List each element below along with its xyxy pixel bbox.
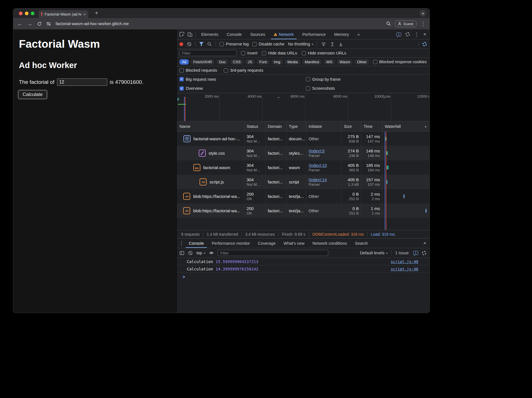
browser-tab[interactable]: Factorial Wasm (ad hoc Work × [39, 10, 88, 18]
chip-ws[interactable]: WS [324, 59, 335, 65]
console-filter-input[interactable] [218, 250, 328, 256]
table-row[interactable]: style.css 304Not M... factori... styles.… [177, 146, 430, 160]
chip-img[interactable]: Img [272, 59, 283, 65]
devtools-menu-button[interactable]: ⋮ [414, 32, 419, 37]
chip-doc[interactable]: Doc [216, 59, 228, 65]
drawer-tab-whats-new[interactable]: What's new [280, 239, 308, 248]
column-header-status[interactable]: Status [244, 121, 266, 131]
more-tabs-button[interactable]: » [354, 29, 362, 39]
drawer-tab-network-conditions[interactable]: Network conditions [309, 239, 350, 248]
column-header-name[interactable]: Name [177, 121, 244, 131]
chip-media[interactable]: Media [285, 59, 300, 65]
disable-cache-checkbox[interactable]: Disable cache [252, 42, 284, 46]
factorial-input[interactable] [57, 78, 107, 86]
throttling-select[interactable]: No throttling ▾ [288, 42, 313, 46]
preserve-log-checkbox[interactable]: Preserve log [220, 42, 249, 46]
tab-search-button[interactable]: ▾ [420, 10, 426, 17]
blocked-response-cookies-checkbox[interactable]: Blocked response cookies [373, 60, 427, 64]
tab-network[interactable]: Network [271, 29, 297, 39]
network-overview-timeline[interactable]: 2000 ms 4000 ms 6000 ms 8000 ms 10000 ms… [177, 93, 430, 121]
initiator-link[interactable]: (index):10 [308, 163, 341, 168]
network-conditions-icon[interactable] [321, 42, 326, 46]
invert-checkbox[interactable]: Invert [241, 51, 257, 55]
table-row[interactable]: <>blob:https://factorial-wa... 200OK fac… [177, 204, 430, 218]
devtools-close-button[interactable]: × [423, 32, 426, 37]
column-header-size[interactable]: Size [341, 121, 361, 131]
table-row[interactable]: factorial-wasm-ad-hoc-... 304Not M... fa… [177, 132, 430, 146]
drawer-tab-search[interactable]: Search [352, 239, 371, 248]
table-row[interactable]: WAfactorial.wasm 304Not M... factori... … [177, 160, 430, 175]
tab-sources[interactable]: Sources [248, 29, 268, 39]
column-header-type[interactable]: Type [287, 121, 306, 131]
initiator-link[interactable]: (index):14 [308, 178, 341, 182]
clear-network-log-icon[interactable] [187, 42, 192, 47]
log-levels-select[interactable]: Default levels ▾ [360, 251, 387, 255]
record-network-log-button[interactable] [179, 42, 183, 46]
zoom-window-button[interactable] [31, 12, 34, 15]
network-settings-icon[interactable] [422, 42, 427, 46]
search-icon[interactable] [207, 42, 212, 47]
tab-memory[interactable]: Memory [331, 29, 352, 39]
profile-badge[interactable]: Guest [395, 21, 417, 27]
address-bar[interactable]: factorial-wasm-ad-hoc-worker.glitch.me [56, 21, 129, 26]
export-har-icon[interactable] [338, 42, 343, 47]
hide-extension-urls-checkbox[interactable]: Hide extension URLs [302, 51, 346, 55]
live-expression-eye-icon[interactable] [209, 251, 214, 255]
tab-console[interactable]: Console [224, 29, 244, 39]
tab-close-icon[interactable]: × [83, 12, 86, 16]
forward-button[interactable]: → [27, 21, 32, 27]
issues-counter-icon[interactable]: 1 [396, 32, 401, 36]
drawer-tab-performance-monitor[interactable]: Performance monitor [209, 239, 253, 248]
tab-performance[interactable]: Performance [299, 29, 329, 39]
source-link[interactable]: script.js:40 [391, 267, 418, 271]
new-tab-button[interactable]: + [93, 10, 100, 16]
chip-all[interactable]: All [179, 59, 189, 65]
table-row[interactable]: <>blob:https://factorial-wa... 200OK fac… [177, 189, 430, 204]
inspect-element-icon[interactable] [179, 32, 185, 37]
console-context-select[interactable]: top ▾ [196, 251, 205, 255]
blocked-requests-checkbox[interactable]: Blocked requests [179, 68, 217, 73]
back-button[interactable]: ← [17, 21, 23, 27]
reload-button[interactable] [37, 21, 42, 26]
clear-console-icon[interactable] [188, 251, 193, 255]
network-filter-input[interactable] [179, 50, 237, 56]
source-link[interactable]: script.js:40 [391, 259, 418, 264]
chip-fetch-xhr[interactable]: Fetch/XHR [191, 59, 214, 65]
hide-data-urls-checkbox[interactable]: Hide data URLs [262, 51, 297, 55]
drawer-menu-button[interactable]: ⋮ [179, 241, 184, 246]
column-header-initiator[interactable]: Initiator [306, 121, 341, 131]
import-har-icon[interactable] [330, 42, 335, 47]
initiator-link[interactable]: (index):5 [308, 149, 341, 153]
console-sidebar-icon[interactable] [179, 251, 184, 255]
column-header-time[interactable]: Time [361, 121, 382, 131]
chip-manifest[interactable]: Manifest [302, 59, 322, 65]
site-info-icon[interactable] [46, 21, 51, 26]
chip-wasm[interactable]: Wasm [337, 59, 353, 65]
drawer-tab-coverage[interactable]: Coverage [255, 239, 279, 248]
devtools-settings-icon[interactable] [406, 32, 410, 36]
chip-css[interactable]: CSS [230, 59, 243, 65]
minimize-window-button[interactable] [25, 12, 29, 15]
tab-elements[interactable]: Elements [198, 29, 221, 39]
chip-other[interactable]: Other [354, 59, 369, 65]
third-party-requests-checkbox[interactable]: 3rd-party requests [224, 68, 263, 73]
big-request-rows-checkbox[interactable]: ✓Big request rows [179, 77, 306, 82]
filter-icon[interactable] [199, 42, 203, 46]
column-header-domain[interactable]: Domain [266, 121, 287, 131]
column-header-waterfall[interactable]: Waterfall ▲ [382, 121, 430, 131]
close-window-button[interactable] [19, 12, 23, 15]
console-prompt[interactable]: > [177, 273, 430, 279]
screenshots-checkbox[interactable]: Screenshots [306, 86, 335, 91]
calculate-button[interactable]: Calculate [18, 90, 47, 99]
device-toolbar-icon[interactable] [187, 32, 192, 37]
table-row[interactable]: <>script.js 304Not M... factori... scrip… [177, 175, 430, 189]
console-settings-icon[interactable] [422, 251, 426, 255]
group-by-frame-checkbox[interactable]: Group by frame [306, 77, 341, 82]
issues-counter-icon[interactable]: 1 [413, 251, 418, 255]
chip-font[interactable]: Font [257, 59, 270, 65]
drawer-close-button[interactable]: × [423, 241, 426, 246]
zoom-search-icon[interactable] [386, 21, 391, 26]
drawer-tab-console[interactable]: Console [186, 239, 207, 248]
overview-checkbox[interactable]: ✓Overview [179, 86, 306, 91]
browser-menu-button[interactable]: ⋮ [421, 21, 426, 26]
